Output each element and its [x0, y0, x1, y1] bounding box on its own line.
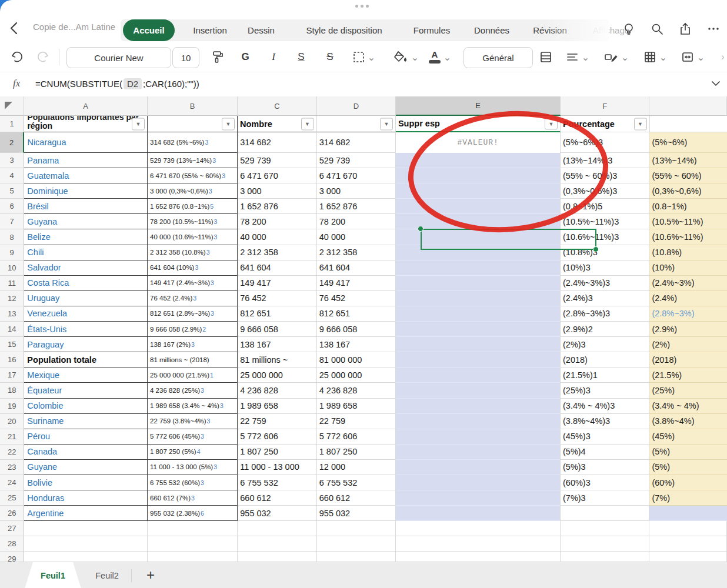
cell-e14[interactable] [396, 322, 561, 337]
empty-cell[interactable] [649, 536, 727, 552]
cell-c23[interactable]: 11 000 - 13 000 [238, 460, 317, 475]
filter-dropdown-icon[interactable]: ▼ [545, 118, 558, 130]
citation-ref[interactable]: 3 [214, 463, 217, 470]
cell-a7[interactable]: Guyana [24, 214, 148, 229]
citation-ref[interactable]: 3 [191, 341, 195, 348]
cell-a13[interactable]: Venezuela [24, 306, 148, 322]
cell-b20[interactable]: 22 759 (3.8%~4%)3 [148, 414, 238, 429]
row-header-19[interactable]: 19 [0, 399, 24, 414]
cell-f12[interactable]: (2.4%)3 [561, 291, 649, 306]
cell-e1[interactable]: Suppr esp▼ [396, 116, 561, 132]
row-header-28[interactable]: 28 [0, 536, 24, 552]
country-link[interactable]: Argentine [27, 509, 64, 518]
cell-a20[interactable]: Suriname [24, 414, 148, 429]
borders-icon[interactable]: ⌄ [351, 42, 378, 72]
select-all-corner[interactable] [0, 96, 24, 116]
cell-d1[interactable]: ▼ [317, 116, 396, 132]
sheet-tab-feuil2[interactable]: Feuil2 [88, 562, 126, 588]
align-icon[interactable]: ⌄ [562, 42, 593, 72]
row-header-29[interactable]: 29 [0, 552, 24, 562]
row-header-26[interactable]: 26 [0, 506, 24, 521]
selection-handle-bottom-right[interactable] [593, 246, 599, 252]
cell-b11[interactable]: 149 417 (2.4%~3%)3 [148, 276, 238, 291]
cell-e12[interactable] [396, 291, 561, 306]
cell-g22[interactable]: (5%) [649, 445, 727, 460]
cell-f8[interactable]: (10.6%~11%)3 [561, 229, 649, 245]
cell-b26[interactable]: 955 032 (2.38%)6 [148, 506, 238, 521]
cell-d5[interactable]: 3 000 [317, 183, 396, 199]
cell-e2[interactable]: #VALEUR! [396, 132, 561, 153]
empty-cell[interactable] [148, 536, 238, 552]
cell-b1[interactable]: ▼ [148, 116, 238, 132]
citation-ref[interactable]: 2 [202, 326, 206, 333]
cell-g25[interactable]: (7%) [649, 490, 727, 506]
country-link[interactable]: Nicaragua [27, 138, 66, 147]
empty-cell[interactable] [396, 521, 561, 536]
cell-c10[interactable]: 641 604 [238, 260, 317, 276]
cell-a4[interactable]: Guatemala [24, 168, 148, 183]
cell-e26[interactable] [396, 506, 561, 521]
cell-c5[interactable]: 3 000 [238, 183, 317, 199]
formula-bar-expand-icon[interactable] [711, 79, 721, 90]
cell-f9[interactable]: (10.8%)3 [561, 245, 649, 260]
cell-d17[interactable]: 25 000 000 [317, 368, 396, 383]
cell-c11[interactable]: 149 417 [238, 276, 317, 291]
cell-d21[interactable]: 5 772 606 [317, 429, 396, 445]
cell-d2[interactable]: 314 682 [317, 132, 396, 153]
cell-a21[interactable]: Pérou [24, 429, 148, 445]
cell-d11[interactable]: 149 417 [317, 276, 396, 291]
filter-dropdown-icon[interactable]: ▼ [132, 118, 145, 130]
cell-b21[interactable]: 5 772 606 (45%)3 [148, 429, 238, 445]
empty-cell[interactable] [561, 536, 649, 552]
cell-c4[interactable]: 6 471 670 [238, 168, 317, 183]
ribbon-tab-accueil[interactable]: Accueil [123, 19, 175, 41]
cell-d8[interactable]: 40 000 [317, 229, 396, 245]
cell-g3[interactable]: (13%~14%) [649, 153, 727, 168]
font-size-picker[interactable]: 10 [172, 47, 199, 68]
more-icon[interactable] [705, 20, 722, 38]
cell-a5[interactable]: Dominique [24, 183, 148, 199]
ribbon-tab-style-de-disposition[interactable]: Style de disposition [291, 19, 397, 41]
cell-a16[interactable]: Population totale [24, 352, 148, 368]
row-header-22[interactable]: 22 [0, 445, 24, 460]
cell-a1[interactable]: Populations importantes par région▼ [24, 116, 147, 132]
empty-cell[interactable] [649, 552, 727, 562]
cell-f16[interactable]: (2018) [561, 352, 649, 368]
cell-a11[interactable]: Costa Rica [24, 276, 148, 291]
cell-f11[interactable]: (2.4%~3%)3 [561, 276, 649, 291]
citation-ref[interactable]: 3 [195, 264, 198, 271]
cell-g15[interactable]: (2%) [649, 337, 727, 352]
country-link[interactable]: Équateur [27, 386, 62, 395]
filter-dropdown-icon[interactable]: ▼ [301, 118, 314, 130]
cell-e24[interactable] [396, 475, 561, 490]
cell-c25[interactable]: 660 612 [238, 490, 317, 506]
cell-d7[interactable]: 78 200 [317, 214, 396, 229]
cell-g8[interactable]: (10.6%~11%) [649, 229, 727, 245]
row-header-10[interactable]: 10 [0, 260, 24, 276]
empty-cell[interactable] [649, 521, 727, 536]
cell-d16[interactable]: 81 000 000 [317, 352, 396, 368]
cell-b25[interactable]: 660 612 (7%)3 [148, 490, 238, 506]
merge-cells-icon[interactable] [536, 42, 555, 72]
cell-f19[interactable]: (3.4% ~ 4%)3 [561, 399, 649, 414]
cell-b5[interactable]: 3 000 (0,3%~0,6%)3 [148, 183, 238, 199]
fill-color-icon[interactable]: ⌄ [391, 42, 421, 72]
row-header-13[interactable]: 13 [0, 306, 24, 322]
idea-icon[interactable] [620, 20, 638, 38]
cell-f7[interactable]: (10.5%~11%)3 [561, 214, 649, 229]
row-header-6[interactable]: 6 [0, 199, 24, 214]
cell-e8[interactable] [396, 229, 561, 245]
cell-g18[interactable]: (25%) [649, 383, 727, 398]
filter-dropdown-icon[interactable]: ▼ [380, 118, 393, 130]
filter-dropdown-icon[interactable]: ▼ [222, 118, 235, 130]
cell-g9[interactable]: (10.8%) [649, 245, 727, 260]
cell-d26[interactable]: 955 032 [317, 506, 396, 521]
cell-g10[interactable]: (10%) [649, 260, 727, 276]
cell-a17[interactable]: Mexique [24, 368, 148, 383]
column-header-e[interactable]: E [396, 96, 561, 116]
format-painter-icon[interactable] [208, 42, 226, 72]
country-link[interactable]: Venezuela [27, 309, 67, 318]
cell-e6[interactable] [396, 199, 561, 214]
cell-g5[interactable]: (0,3%~0,6%) [649, 183, 727, 199]
row-header-2[interactable]: 2 [0, 132, 24, 153]
